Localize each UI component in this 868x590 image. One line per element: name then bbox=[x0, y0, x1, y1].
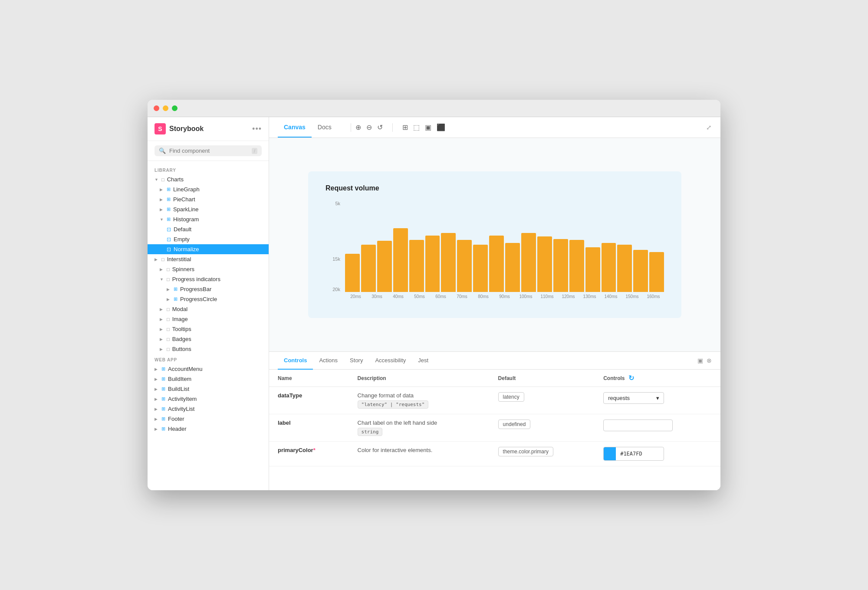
component-icon: ⊞ bbox=[167, 187, 171, 192]
bar-wrap bbox=[473, 201, 488, 292]
sidebar-item-progresscircle[interactable]: ▶ ⊞ ProgressCircle bbox=[148, 294, 269, 304]
fullscreen-icon[interactable]: ⤢ bbox=[706, 124, 712, 131]
x-label: 60ms bbox=[430, 294, 451, 305]
bar-wrap bbox=[633, 201, 648, 292]
sidebar-item-spinners[interactable]: ▶ □ Spinners bbox=[148, 264, 269, 274]
sidebar-item-buildlist[interactable]: ▶ ⊞ BuildList bbox=[148, 384, 269, 394]
close-button[interactable] bbox=[154, 105, 159, 111]
sidebar-item-label: Header bbox=[168, 426, 187, 432]
search-input[interactable] bbox=[169, 148, 248, 154]
chart-title: Request volume bbox=[326, 184, 664, 192]
folder-icon: □ bbox=[161, 177, 164, 182]
chevron-icon: ▶ bbox=[167, 287, 171, 292]
bar-wrap bbox=[425, 201, 440, 292]
sidebar-item-label: LineGraph bbox=[173, 186, 200, 193]
reset-controls-icon[interactable]: ↻ bbox=[628, 374, 634, 382]
sidebar-item-piechart[interactable]: ▶ ⊞ PieChart bbox=[148, 194, 269, 204]
x-label: 160ms bbox=[643, 294, 664, 305]
sidebar-item-accountmenu[interactable]: ▶ ⊞ AccountMenu bbox=[148, 364, 269, 374]
bar bbox=[569, 240, 584, 292]
sidebar-item-builditem[interactable]: ▶ ⊞ BuildItem bbox=[148, 374, 269, 384]
sidebar-item-histogram[interactable]: ▼ ⊞ Histogram bbox=[148, 214, 269, 224]
sidebar-item-label: Normalize bbox=[174, 246, 199, 252]
bar bbox=[473, 245, 488, 292]
chevron-icon: ▶ bbox=[160, 317, 164, 321]
sidebar-item-progress-indicators[interactable]: ▼ □ Progress indicators bbox=[148, 274, 269, 284]
sidebar-item-normalize[interactable]: ⊡ Normalize bbox=[148, 244, 269, 254]
bar bbox=[585, 247, 600, 292]
sidebar-item-sparkline[interactable]: ▶ ⊞ SparkLine bbox=[148, 204, 269, 214]
code-badge: "latency" | "requests" bbox=[358, 400, 429, 409]
tab-story[interactable]: Story bbox=[344, 352, 369, 370]
tab-actions[interactable]: Actions bbox=[313, 352, 344, 370]
panel-split-icon[interactable]: ▣ bbox=[697, 357, 703, 364]
chart-plot bbox=[345, 201, 664, 292]
bar bbox=[377, 241, 392, 292]
close-panel-icon[interactable]: ⊗ bbox=[707, 357, 712, 364]
sidebar-item-progressbar[interactable]: ▶ ⊞ ProgressBar bbox=[148, 284, 269, 294]
table-header-row: Name Description Default Controls ↻ bbox=[269, 370, 720, 387]
x-label: 50ms bbox=[409, 294, 430, 305]
x-label: 20ms bbox=[345, 294, 366, 305]
toolbar-icons: ⊕ ⊖ ↺ ⊞ ⬚ ▣ ⬛ bbox=[355, 123, 445, 132]
y-label: 5k bbox=[326, 201, 343, 206]
bar-wrap bbox=[569, 201, 584, 292]
sidebar-item-activitylist[interactable]: ▶ ⊞ ActivityList bbox=[148, 404, 269, 414]
x-label: 70ms bbox=[451, 294, 473, 305]
bar-wrap bbox=[585, 201, 600, 292]
sidebar-item-label: Interstitial bbox=[167, 256, 191, 262]
bar bbox=[425, 236, 440, 292]
chevron-icon: ▶ bbox=[155, 377, 159, 381]
tab-controls[interactable]: Controls bbox=[278, 352, 313, 370]
bar-wrap bbox=[521, 201, 536, 292]
row-description: Change format of data "latency" | "reque… bbox=[349, 387, 490, 414]
sidebar-item-tooltips[interactable]: ▶ □ Tooltips bbox=[148, 324, 269, 334]
tab-docs[interactable]: Docs bbox=[312, 118, 338, 138]
outline-icon[interactable]: ⬛ bbox=[437, 123, 445, 131]
minimize-button[interactable] bbox=[163, 105, 168, 111]
panel-icon[interactable]: ▣ bbox=[425, 123, 431, 131]
sidebar-item-activityitem[interactable]: ▶ ⊞ ActivityItem bbox=[148, 394, 269, 404]
sidebar-item-footer[interactable]: ▶ ⊞ Footer bbox=[148, 414, 269, 424]
tab-accessibility[interactable]: Accessibility bbox=[369, 352, 412, 370]
crop-icon[interactable]: ⬚ bbox=[413, 123, 420, 131]
sidebar-item-charts[interactable]: ▼ □ Charts bbox=[148, 174, 269, 184]
sidebar-item-linegraph[interactable]: ▶ ⊞ LineGraph bbox=[148, 184, 269, 194]
zoom-out-icon[interactable]: ⊖ bbox=[366, 123, 372, 131]
chevron-icon: ▶ bbox=[155, 387, 159, 391]
zoom-reset-icon[interactable]: ↺ bbox=[377, 123, 383, 131]
sidebar-item-modal[interactable]: ▶ □ Modal bbox=[148, 304, 269, 314]
default-badge: theme.color.primary bbox=[498, 447, 553, 456]
chart-body: 20k 15k 5k 20ms 30m bbox=[326, 201, 664, 305]
sidebar-item-label: ProgressCircle bbox=[180, 296, 217, 302]
tab-jest[interactable]: Jest bbox=[412, 352, 434, 370]
sidebar-item-default[interactable]: ⊡ Default bbox=[148, 224, 269, 234]
sidebar-item-buttons[interactable]: ▶ □ Buttons bbox=[148, 344, 269, 354]
sidebar-item-label: Charts bbox=[167, 176, 184, 183]
chevron-icon: ▶ bbox=[155, 407, 159, 411]
sidebar-more-button[interactable]: ••• bbox=[252, 125, 262, 134]
tab-canvas[interactable]: Canvas bbox=[278, 118, 312, 138]
chevron-icon: ▶ bbox=[160, 327, 164, 331]
row-control bbox=[595, 414, 720, 442]
sidebar-item-interstitial[interactable]: ▶ □ Interstitial bbox=[148, 254, 269, 264]
sidebar-item-label: Image bbox=[172, 316, 188, 322]
sidebar-item-empty[interactable]: ⊡ Empty bbox=[148, 234, 269, 244]
fullscreen-button[interactable] bbox=[172, 105, 178, 111]
grid-icon[interactable]: ⊞ bbox=[402, 123, 408, 131]
color-picker[interactable]: #1EA7FD bbox=[603, 447, 664, 461]
zoom-in-icon[interactable]: ⊕ bbox=[355, 123, 361, 131]
sidebar-item-label: Spinners bbox=[172, 266, 194, 272]
chevron-icon: ▶ bbox=[155, 397, 159, 401]
sidebar-item-image[interactable]: ▶ □ Image bbox=[148, 314, 269, 324]
sidebar-item-label: BuildList bbox=[168, 386, 189, 392]
datatype-dropdown[interactable]: requests ▾ bbox=[603, 392, 664, 404]
row-default: theme.color.primary bbox=[490, 442, 595, 466]
bar bbox=[649, 252, 664, 292]
label-input[interactable] bbox=[603, 420, 673, 431]
chevron-icon: ▶ bbox=[160, 267, 164, 272]
sidebar-item-header[interactable]: ▶ ⊞ Header bbox=[148, 424, 269, 434]
bar bbox=[602, 243, 616, 292]
sidebar-item-badges[interactable]: ▶ □ Badges bbox=[148, 334, 269, 344]
x-label: 40ms bbox=[388, 294, 409, 305]
